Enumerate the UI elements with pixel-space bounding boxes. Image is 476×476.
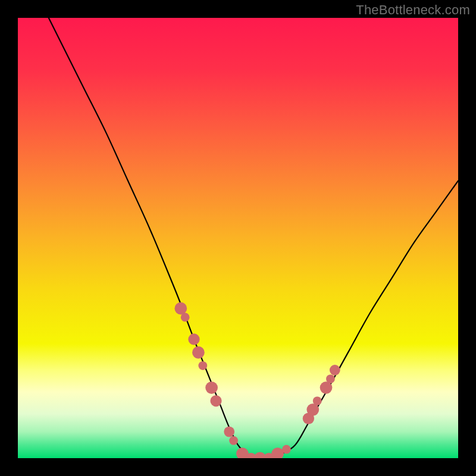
- data-marker: [229, 436, 238, 445]
- data-marker: [192, 346, 205, 359]
- data-marker: [181, 313, 190, 322]
- data-marker: [282, 445, 291, 454]
- watermark-text: TheBottleneck.com: [356, 2, 470, 18]
- data-marker: [205, 381, 218, 394]
- data-marker: [326, 374, 335, 383]
- data-marker: [174, 302, 187, 315]
- chart-frame: TheBottleneck.com: [0, 0, 476, 476]
- plot-area: [18, 18, 458, 458]
- data-marker: [313, 396, 322, 405]
- data-marker: [306, 403, 319, 416]
- data-marker: [271, 447, 284, 458]
- data-marker: [224, 427, 234, 437]
- data-marker: [320, 381, 333, 394]
- bottleneck-curve: [49, 18, 458, 458]
- data-markers: [174, 302, 340, 458]
- data-marker: [198, 361, 207, 370]
- data-marker: [330, 365, 340, 375]
- chart-svg: [18, 18, 458, 458]
- data-marker: [210, 395, 221, 406]
- data-marker: [188, 334, 199, 345]
